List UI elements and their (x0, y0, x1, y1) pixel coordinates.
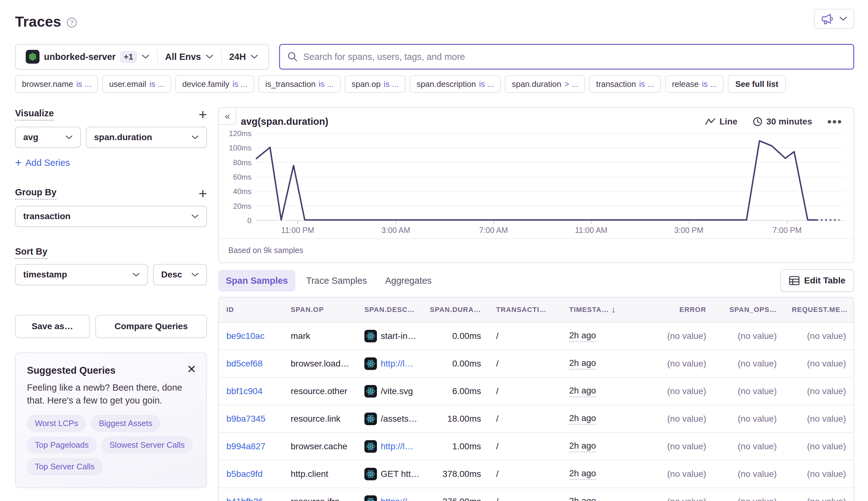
filter-chip-user.email[interactable]: user.emailis ... (102, 75, 171, 93)
x-tick-label: 3:00 AM (382, 226, 411, 235)
cell-span-op: resource.other (283, 386, 357, 396)
chip-key: is_transaction (265, 79, 316, 89)
column-header-transacti-[interactable]: TRANSACTI… (489, 306, 562, 314)
filter-chip-span.op[interactable]: span.opis ... (345, 75, 405, 93)
table-row: bd5cef68browser.load…http://l…0.00ms/2h … (219, 350, 854, 378)
tab-trace-samples[interactable]: Trace Samples (298, 270, 374, 291)
sort-by-selects: timestamp Desc (15, 264, 207, 285)
project-picker[interactable]: unborked-server +1 (18, 50, 157, 64)
span-id-link[interactable]: be9c10ac (226, 331, 264, 341)
sort-direction-select[interactable]: Desc (153, 264, 207, 285)
group-by-heading: Group By (15, 187, 56, 200)
aggregate-select[interactable]: avg (15, 127, 81, 148)
sidebar-buttons: Save as… Compare Queries (15, 315, 207, 338)
cell-id: b41bfb26 (219, 497, 283, 501)
chart-panel: « avg(span.duration) Line 30 minutes ••• (218, 107, 854, 263)
tab-aggregates[interactable]: Aggregates (378, 270, 439, 291)
filter-chip-device.family[interactable]: device.familyis ... (175, 75, 254, 93)
suggested-query-pill[interactable]: Worst LCPs (27, 415, 86, 432)
collapse-sidebar-button[interactable]: « (218, 107, 236, 125)
chart-interval-control[interactable]: 30 minutes (753, 117, 812, 127)
project-extra-count: +1 (120, 51, 137, 63)
group-by-select[interactable]: transaction (15, 206, 207, 227)
cell-transaction: / (489, 497, 562, 501)
column-header-request-me-[interactable]: REQUEST.ME… (784, 306, 854, 314)
x-tick-label: 7:00 AM (479, 226, 508, 235)
sort-field-select[interactable]: timestamp (15, 264, 148, 285)
chip-operator: is ... (319, 79, 334, 89)
filter-chip-span.description[interactable]: span.descriptionis ... (410, 75, 501, 93)
cell-id: b994a827 (219, 441, 283, 451)
span-id-link[interactable]: b41bfb26 (226, 497, 263, 501)
filter-chip-browser.name[interactable]: browser.nameis ... (15, 75, 98, 93)
chart-y-axis-labels: 020ms40ms60ms80ms100ms120ms (219, 134, 252, 221)
cell-error: (no value) (637, 441, 714, 451)
cell-span-ops: (no value) (714, 331, 784, 341)
clock-icon (753, 117, 763, 127)
y-tick-label: 100ms (229, 143, 252, 152)
span-id-link[interactable]: b9ba7345 (226, 414, 266, 424)
chip-key: span.duration (512, 79, 561, 89)
table-row: b994a827browser.cachehttp://l…1.00ms/2h … (219, 433, 854, 460)
compare-queries-button[interactable]: Compare Queries (95, 315, 207, 338)
cell-span-duration: 378.00ms (432, 469, 489, 479)
chevron-down-icon (191, 214, 199, 219)
filter-chip-release[interactable]: releaseis ... (665, 75, 724, 93)
chart-line-svg (256, 134, 844, 221)
column-header-span-ops-[interactable]: SPAN_OPS… (714, 306, 784, 314)
filter-chip-is_transaction[interactable]: is_transactionis ... (258, 75, 340, 93)
filter-chip-span.duration[interactable]: span.duration> ... (505, 75, 585, 93)
column-header-span-op[interactable]: SPAN.OP (283, 306, 357, 314)
suggested-query-pill[interactable]: Biggest Assets (91, 415, 160, 432)
suggested-query-pill[interactable]: Top Server Calls (27, 458, 103, 475)
suggested-query-pill[interactable]: Slowest Server Calls (102, 437, 192, 454)
cell-error: (no value) (637, 497, 714, 501)
column-header-error[interactable]: ERROR (637, 306, 714, 314)
filter-chips-row: browser.nameis ...user.emailis ...device… (15, 75, 854, 93)
span-id-link[interactable]: bbf1c904 (226, 386, 263, 396)
cell-span-description: /assets… (357, 413, 432, 425)
column-header-id[interactable]: ID (219, 306, 283, 314)
chart-type-control[interactable]: Line (705, 117, 738, 127)
cell-span-description: /vite.svg (357, 385, 432, 397)
help-icon[interactable]: ? (67, 18, 77, 28)
suggested-query-pill[interactable]: Top Pageloads (27, 437, 97, 454)
see-full-list-button[interactable]: See full list (728, 75, 786, 93)
cell-request-method: (no value) (784, 497, 854, 501)
suggested-queries-panel: Suggested Queries ✕ Feeling like a newb?… (15, 352, 207, 488)
search-input[interactable] (303, 52, 846, 62)
react-icon (366, 497, 375, 501)
cell-timestamp: 2h ago (562, 441, 637, 452)
chart-plot-area[interactable] (256, 134, 844, 221)
time-range-picker[interactable]: 24H (222, 52, 266, 62)
chip-operator: is ... (479, 79, 494, 89)
whats-new-button[interactable] (814, 9, 854, 29)
y-tick-label: 80ms (233, 158, 252, 167)
span-id-link[interactable]: b5bac9fd (226, 469, 263, 479)
tab-span-samples[interactable]: Span Samples (218, 270, 295, 291)
column-header-span-desc-[interactable]: SPAN.DESC… (357, 306, 432, 314)
column-header-span-dura-[interactable]: SPAN.DURA… (432, 306, 489, 314)
filter-chip-transaction[interactable]: transactionis ... (589, 75, 661, 93)
close-icon[interactable]: ✕ (187, 364, 196, 375)
add-visualize-button[interactable]: + (199, 107, 207, 122)
y-tick-label: 40ms (233, 187, 252, 196)
span-id-link[interactable]: b994a827 (226, 441, 266, 451)
cell-span-description: http://l… (357, 358, 432, 370)
environment-picker[interactable]: All Envs (158, 52, 221, 62)
cell-span-duration: 276.00ms (432, 497, 489, 501)
environment-value: All Envs (165, 52, 201, 62)
suggested-queries-title: Suggested Queries (27, 365, 195, 376)
query-sidebar: Visualize + avg span.duration + Add Seri… (15, 107, 207, 501)
edit-table-button[interactable]: Edit Table (780, 269, 854, 292)
chip-operator: is ... (639, 79, 654, 89)
add-group-by-button[interactable]: + (199, 186, 207, 201)
save-as-button[interactable]: Save as… (15, 315, 90, 338)
span-id-link[interactable]: bd5cef68 (226, 359, 263, 369)
cell-timestamp: 2h ago (562, 358, 637, 370)
field-select[interactable]: span.duration (86, 127, 207, 148)
add-series-button[interactable]: + Add Series (15, 156, 70, 169)
column-header-timesta-[interactable]: TIMESTA…↓ (562, 305, 637, 315)
chip-operator: is ... (232, 79, 247, 89)
search-icon (287, 51, 298, 62)
